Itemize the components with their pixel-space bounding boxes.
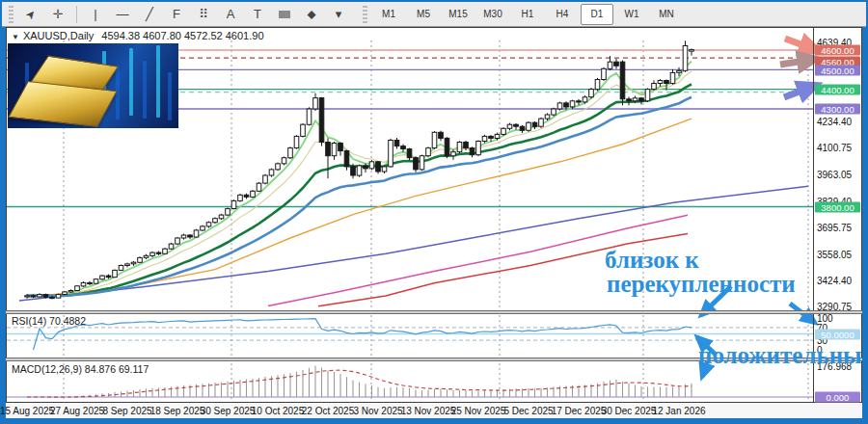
timeframe-m30-button[interactable]: M30 xyxy=(476,4,509,25)
rectangle-icon xyxy=(279,11,290,18)
timeframe-drag-handle[interactable] xyxy=(363,6,367,23)
timeframe-d1-button[interactable]: D1 xyxy=(581,4,613,25)
drawing-tools-group: ➤✛|—╱F⠿AT⬥▾ xyxy=(18,3,351,26)
rectangle-tool-button[interactable] xyxy=(272,3,297,26)
label-tool-button[interactable]: T xyxy=(245,3,270,26)
cursor-icon: ➤ xyxy=(22,6,39,22)
toolbar: ➤✛|—╱F⠿AT⬥▾ M1M5M15M30H1H4D1W1MN xyxy=(2,2,866,27)
timeframe-m1-button[interactable]: M1 xyxy=(372,4,405,25)
timeframe-group: M1M5M15M30H1H4D1W1MN xyxy=(372,4,683,25)
toolbar-separator xyxy=(76,6,77,23)
time-axis xyxy=(6,402,862,418)
timeframe-mn-button[interactable]: MN xyxy=(650,4,683,25)
crosshair-tool-button[interactable]: ✛ xyxy=(45,3,70,26)
timeframe-m5-button[interactable]: M5 xyxy=(407,4,440,25)
shapes-tool-button[interactable]: ⬥ xyxy=(299,3,324,26)
pane-divider-rsi[interactable] xyxy=(6,310,862,314)
grid-tool-button[interactable]: ⠿ xyxy=(191,3,216,26)
timeframe-h4-button[interactable]: H4 xyxy=(546,4,579,25)
price-axis-separator xyxy=(813,27,814,403)
timeframe-m15-button[interactable]: M15 xyxy=(442,4,475,25)
fibonacci-tool-button[interactable]: F xyxy=(164,3,189,26)
text-tool-button[interactable]: A xyxy=(218,3,243,26)
timeframe-h1-button[interactable]: H1 xyxy=(511,4,544,25)
dropdown-caret[interactable]: ▾ xyxy=(326,3,351,26)
timeframe-w1-button[interactable]: W1 xyxy=(615,4,648,25)
trendline-tool-button[interactable]: ╱ xyxy=(137,3,162,26)
horizontal-line-tool-button[interactable]: — xyxy=(110,3,135,26)
mt4-window: ➤✛|—╱F⠿AT⬥▾ M1M5M15M30H1H4D1W1MN ▼XAUUSD… xyxy=(0,0,868,424)
pane-divider-macd[interactable] xyxy=(6,358,862,361)
cursor-tool-button[interactable]: ➤ xyxy=(18,3,43,26)
toolbar-drag-handle[interactable] xyxy=(9,6,14,23)
vertical-line-tool-button[interactable]: | xyxy=(83,3,108,26)
